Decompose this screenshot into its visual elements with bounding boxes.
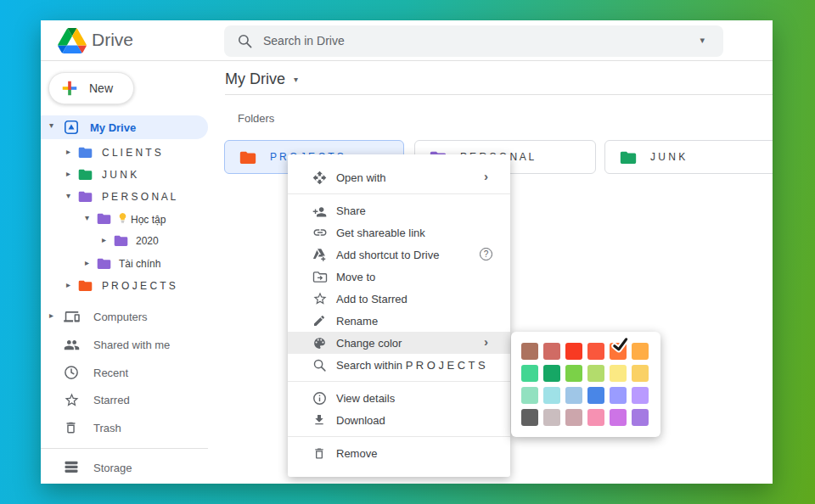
color-swatch[interactable] <box>610 409 627 426</box>
sidebar-item-label: My Drive <box>90 121 136 134</box>
folder-icon <box>78 168 93 181</box>
sidebar-item-label: Recent <box>93 367 128 379</box>
menu-item-search-within[interactable]: Search within P R O J E C T S <box>288 354 510 376</box>
breadcrumb-divider <box>225 94 773 95</box>
folder-name: P R O J E C T S <box>102 280 176 292</box>
lightbulb-icon <box>119 213 126 223</box>
folder-name: P E R S O N A L <box>102 191 176 203</box>
sidebar-item-recent[interactable]: Recent <box>41 360 208 385</box>
new-button[interactable]: New <box>48 72 134 104</box>
menu-item-open-with[interactable]: Open with › <box>288 166 510 188</box>
sidebar-folder-junk[interactable]: ▸ J U N K <box>41 164 208 186</box>
sidebar-item-label: Shared with me <box>93 339 170 351</box>
folder-icon <box>97 257 111 270</box>
folder-card-junk[interactable]: J U N K <box>604 140 773 174</box>
menu-item-rename[interactable]: Rename <box>288 310 510 332</box>
menu-item-add-to-starred[interactable]: Add to Starred <box>288 288 510 310</box>
color-swatch[interactable] <box>587 343 604 360</box>
expand-arrow-icon[interactable]: ▸ <box>102 235 106 244</box>
menu-item-share[interactable]: Share <box>288 199 510 221</box>
menu-item-get-shareable-link[interactable]: Get shareable link <box>288 221 510 244</box>
search-icon <box>312 358 327 372</box>
color-swatch[interactable] <box>632 365 649 382</box>
submenu-chevron-icon: › <box>484 334 488 349</box>
search-options-caret-icon[interactable]: ▾ <box>700 35 705 46</box>
color-swatch[interactable] <box>565 365 582 382</box>
color-swatch[interactable] <box>632 409 649 426</box>
expand-arrow-icon[interactable]: ▸ <box>66 147 70 156</box>
menu-item-remove[interactable]: Remove <box>288 442 510 464</box>
color-swatch[interactable] <box>587 365 604 382</box>
folder-name: 2020 <box>136 235 159 247</box>
color-swatch[interactable] <box>610 365 627 382</box>
color-swatch[interactable] <box>587 409 604 426</box>
color-swatch[interactable] <box>521 409 538 426</box>
sidebar-folder-hoc-tap[interactable]: ▾ Học tập <box>41 208 208 230</box>
collapse-arrow-icon[interactable]: ▾ <box>66 191 70 200</box>
color-swatch[interactable] <box>521 387 538 404</box>
folder-card-label: J U N K <box>650 151 685 163</box>
clock-icon <box>64 365 79 380</box>
folder-icon <box>97 212 111 225</box>
color-swatch[interactable] <box>565 343 582 360</box>
color-swatch[interactable] <box>543 387 560 404</box>
sidebar-folder-projects[interactable]: ▸ P R O J E C T S <box>41 275 208 297</box>
folder-name: J U N K <box>102 169 137 181</box>
sidebar-item-label: Trash <box>93 422 121 434</box>
collapse-arrow-icon[interactable]: ▾ <box>85 213 89 222</box>
color-swatch[interactable] <box>543 365 560 382</box>
sidebar-item-trash[interactable]: Trash <box>41 415 208 440</box>
search-input[interactable]: Search in Drive ▾ <box>224 25 723 57</box>
selected-check-icon <box>610 336 631 354</box>
folder-name: C L I E N T S <box>102 147 161 159</box>
expand-arrow-icon[interactable]: ▸ <box>49 311 53 320</box>
color-swatch-selected[interactable] <box>610 343 627 360</box>
color-swatch[interactable] <box>610 387 627 404</box>
color-swatch[interactable] <box>632 387 649 404</box>
plus-icon <box>60 79 79 98</box>
expand-arrow-icon[interactable]: ▸ <box>85 258 89 267</box>
sidebar-folder-2020[interactable]: ▸ 2020 <box>41 230 208 252</box>
menu-item-move-to[interactable]: Move to <box>288 266 510 288</box>
breadcrumb-caret-icon[interactable]: ▾ <box>294 75 298 84</box>
menu-item-download[interactable]: Download <box>288 409 510 431</box>
menu-divider <box>288 193 510 194</box>
folder-icon <box>239 150 256 165</box>
sidebar-folder-personal[interactable]: ▾ P E R S O N A L <box>41 186 208 208</box>
collapse-arrow-icon[interactable]: ▾ <box>49 120 53 130</box>
drive-logo-icon <box>58 28 87 53</box>
sidebar-item-label: Computers <box>93 311 148 323</box>
sidebar-item-shared-with-me[interactable]: Shared with me <box>41 332 208 357</box>
breadcrumb[interactable]: My Drive▾ <box>225 70 298 88</box>
menu-divider <box>288 436 510 437</box>
sidebar-item-computers[interactable]: ▸ Computers <box>41 304 208 329</box>
help-icon[interactable]: ? <box>480 248 492 260</box>
sidebar-folder-clients[interactable]: ▸ C L I E N T S <box>41 142 208 164</box>
sidebar-item-starred[interactable]: Starred <box>41 387 208 412</box>
color-swatch[interactable] <box>587 387 604 404</box>
color-swatch[interactable] <box>632 343 649 360</box>
color-palette-popup <box>511 332 660 437</box>
sidebar-item-storage[interactable]: Storage <box>41 455 208 480</box>
sidebar-item-label: Storage <box>93 462 132 474</box>
download-icon <box>312 413 326 427</box>
section-label: Folders <box>238 112 274 125</box>
color-swatch[interactable] <box>543 409 560 426</box>
expand-arrow-icon[interactable]: ▸ <box>66 280 70 289</box>
sidebar-item-my-drive[interactable]: ▾ My Drive <box>41 115 208 139</box>
menu-item-add-shortcut-to-drive[interactable]: Add shortcut to Drive ? <box>288 244 510 266</box>
trash-icon <box>64 420 78 435</box>
menu-item-view-details[interactable]: View details <box>288 387 510 409</box>
sidebar-folder-tai-chinh[interactable]: ▸ Tài chính <box>41 253 208 275</box>
color-swatch[interactable] <box>521 343 538 360</box>
devices-icon <box>64 309 80 323</box>
color-swatch[interactable] <box>565 387 582 404</box>
menu-item-change-color[interactable]: Change color › <box>288 332 510 354</box>
search-placeholder: Search in Drive <box>263 34 345 48</box>
color-swatch[interactable] <box>543 343 560 360</box>
my-drive-icon <box>64 120 79 135</box>
expand-arrow-icon[interactable]: ▸ <box>66 169 70 178</box>
color-swatch[interactable] <box>565 409 582 426</box>
color-swatch[interactable] <box>521 365 538 382</box>
app-title: Drive <box>92 30 133 50</box>
